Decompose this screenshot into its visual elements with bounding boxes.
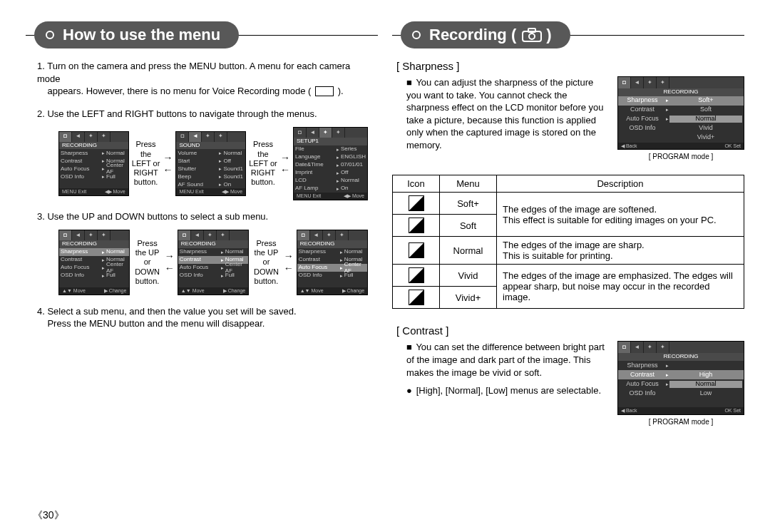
press-ud-1: Press the UP or DOWN button.	[133, 239, 162, 286]
contrast-paragraph: ■ You can set the difference between bri…	[406, 341, 610, 379]
press-lr-1: Press the LEFT or RIGHT button.	[132, 140, 160, 187]
step1-line1: 1. Turn on the camera and press the MENU…	[37, 61, 350, 84]
th-menu: Menu	[440, 175, 497, 193]
contrast-bullet: ● [High], [Normal], [Low] menus are sele…	[406, 384, 610, 397]
right-title-pill: Recording ( )	[392, 21, 744, 48]
lcd-contrast-submenu: ◘◄✦✦ RECORDING Sharpness▸ Contrast▸High …	[617, 341, 744, 414]
left-steps: 1. Turn on the camera and press the MENU…	[37, 60, 371, 330]
camera-icon: ◘	[59, 132, 72, 142]
sharpness-paragraph: ■ You can adjust the sharpness of the pi…	[406, 76, 610, 151]
step1-line2a: appears. However, there is no menu for V…	[47, 86, 311, 96]
sharpness-caption: [ PROGRAM mode ]	[617, 153, 744, 160]
lcd-row-ud: ◘◄✦✦ RECORDING Sharpness▸Normal Contrast…	[58, 230, 368, 295]
svg-rect-1	[528, 29, 535, 32]
svg-point-2	[529, 34, 535, 39]
left-title: How to use the menu	[63, 26, 220, 44]
th-desc: Description	[497, 175, 744, 193]
lcd-recording: ◘◄✦✦ RECORDING Sharpness▸Normal Contrast…	[58, 131, 129, 196]
lcd-sharpness-submenu: ◘◄✦✦ RECORDING Sharpness▸Soft+ Contrast▸…	[617, 76, 744, 150]
step2: 2. Use the LEFT and RIGHT buttons to nav…	[37, 108, 317, 119]
lcd-setup: ◘◄✦✦ SETUP1 File▸Series Language▸ENGLISH…	[293, 127, 368, 200]
sharpness-icon-soft	[409, 218, 424, 233]
contrast-caption: [ PROGRAM mode ]	[617, 418, 744, 426]
sharpness-heading: [ Sharpness ]	[396, 60, 744, 72]
page-number: 《30》	[33, 509, 64, 522]
lcd-rec-sel1: ◘◄✦✦ RECORDING Sharpness▸Normal Contrast…	[58, 230, 130, 295]
step1-line2b: ).	[338, 86, 344, 96]
right-title-b: )	[546, 26, 551, 44]
step4-line1: 4. Select a sub menu, and then the value…	[37, 306, 297, 317]
press-ud-2: Press the UP or DOWN button.	[252, 239, 281, 286]
lcd-recording-section: RECORDING	[59, 142, 128, 150]
contrast-heading: [ Contrast ]	[396, 324, 744, 337]
th-icon: Icon	[393, 175, 440, 193]
left-title-pill: How to use the menu	[26, 21, 378, 48]
lcd-rec-sel2: ◘◄✦✦ RECORDING Sharpness▸Normal Contrast…	[178, 230, 249, 295]
left-column: How to use the menu 1. Turn on the camer…	[26, 21, 378, 426]
camera-icon	[522, 28, 542, 42]
press-lr-2: Press the LEFT or RIGHT button.	[249, 140, 277, 187]
voice-mode-icon	[315, 86, 334, 96]
right-column: Recording ( ) [ Sharpness ] ■ You can ad…	[392, 21, 744, 426]
sharpness-icon-vividplus	[409, 290, 424, 305]
sharpness-table: Icon Menu Description Soft+ The edges of…	[392, 175, 744, 309]
sharpness-icon-softplus	[409, 195, 424, 211]
sharpness-icon-normal	[409, 242, 424, 258]
step3: 3. Use the UP and DOWN buttons to select…	[37, 211, 268, 222]
step4-line2: Press the MENU button and the menu will …	[47, 318, 265, 329]
right-title-a: Recording (	[429, 26, 516, 44]
lcd-sound: ◘◄✦✦ SOUND Volume▸Normal Start▸Off Shutt…	[175, 131, 246, 196]
lcd-rec-sel3: ◘◄✦✦ RECORDING Sharpness▸Normal Contrast…	[297, 230, 368, 295]
lcd-row-lr: ◘◄✦✦ RECORDING Sharpness▸Normal Contrast…	[58, 127, 368, 200]
sharpness-icon-vivid	[409, 267, 424, 283]
